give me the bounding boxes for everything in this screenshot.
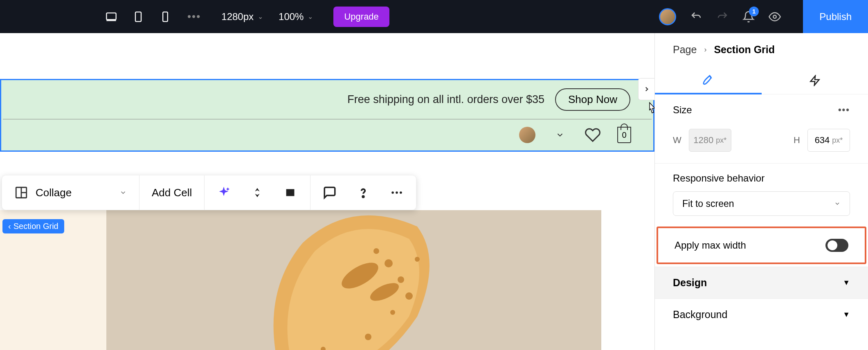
notifications-icon[interactable]: 1 xyxy=(742,11,755,23)
svg-point-24 xyxy=(400,191,402,194)
svg-point-7 xyxy=(385,259,393,267)
crop-icon[interactable] xyxy=(284,186,298,200)
device-switcher xyxy=(106,11,171,22)
add-cell-segment: Add Cell xyxy=(139,175,205,210)
chevron-down-icon: ⌄ xyxy=(258,13,263,20)
floating-toolbar: Collage Add Cell xyxy=(2,175,416,210)
svg-rect-2 xyxy=(135,12,141,21)
section-tag-label: Section Grid xyxy=(13,222,58,231)
background-accordion[interactable]: Background ▼ xyxy=(655,298,868,330)
undo-icon[interactable] xyxy=(690,11,702,23)
size-inputs: W 1280 px* H 634 px* xyxy=(655,126,868,163)
shop-now-button[interactable]: Shop Now xyxy=(555,88,630,111)
svg-point-21 xyxy=(363,196,364,197)
site-header: 0 xyxy=(1,119,653,150)
tablet-icon[interactable] xyxy=(133,11,144,22)
responsive-label: Responsive behavior xyxy=(673,173,850,184)
design-accordion[interactable]: Design ▼ xyxy=(655,267,868,298)
apply-max-width-label: Apply max width xyxy=(675,240,746,251)
zoom-selector[interactable]: 100% ⌄ xyxy=(279,11,313,22)
svg-point-8 xyxy=(398,276,404,283)
chevron-right-icon: › xyxy=(704,45,706,54)
chevron-down-icon[interactable] xyxy=(552,127,568,143)
user-avatar[interactable] xyxy=(659,8,676,25)
more-devices-icon[interactable]: ••• xyxy=(187,10,201,23)
selected-section[interactable]: Free shipping on all intl. orders over $… xyxy=(0,79,654,152)
animation-icon[interactable] xyxy=(250,186,264,200)
panel-tabs xyxy=(655,67,868,94)
help-icon[interactable] xyxy=(356,186,370,200)
breadcrumb-current: Section Grid xyxy=(714,44,775,56)
desktop-icon[interactable] xyxy=(106,11,117,22)
height-unit: px* xyxy=(832,136,843,145)
comment-icon[interactable] xyxy=(323,186,337,200)
redo-icon[interactable] xyxy=(716,11,729,23)
height-label: H xyxy=(794,135,800,146)
size-label: Size xyxy=(673,104,692,116)
design-label: Design xyxy=(673,277,707,289)
chevron-down-icon: ▼ xyxy=(843,278,850,287)
apply-max-width-row: Apply max width xyxy=(657,227,866,264)
svg-point-23 xyxy=(396,191,398,194)
shopping-bag-icon[interactable]: 0 xyxy=(617,127,631,143)
member-avatar[interactable] xyxy=(519,127,535,143)
viewport-width-selector[interactable]: 1280px ⌄ xyxy=(221,11,263,22)
breadcrumb: Page › Section Grid xyxy=(655,33,868,60)
svg-point-9 xyxy=(373,248,379,254)
cursor-indicator xyxy=(645,102,654,120)
svg-point-15 xyxy=(415,257,420,262)
responsive-section: Responsive behavior Fit to screen xyxy=(655,164,868,218)
heart-icon[interactable] xyxy=(585,127,601,143)
apply-max-width-toggle[interactable] xyxy=(825,239,848,252)
product-image[interactable] xyxy=(106,210,601,350)
preview-icon[interactable] xyxy=(769,11,781,23)
viewport-width-value: 1280px xyxy=(221,11,254,22)
breadcrumb-root[interactable]: Page xyxy=(673,44,697,56)
svg-point-11 xyxy=(390,310,395,315)
svg-point-22 xyxy=(392,191,394,194)
design-tab[interactable] xyxy=(655,67,762,94)
notification-badge: 1 xyxy=(749,7,759,16)
size-header-row: Size ••• xyxy=(655,94,868,126)
zoom-value: 100% xyxy=(279,11,304,22)
collage-icon xyxy=(14,186,28,200)
svg-rect-0 xyxy=(106,13,116,19)
width-value: 1280 xyxy=(693,135,713,146)
width-label: W xyxy=(673,135,681,146)
utility-segment xyxy=(310,175,416,210)
height-value: 634 xyxy=(815,135,830,146)
publish-button[interactable]: Publish xyxy=(803,0,868,33)
mobile-icon[interactable] xyxy=(160,11,171,22)
banner-text: Free shipping on all intl. orders over $… xyxy=(347,93,544,106)
height-input[interactable]: 634 px* xyxy=(807,129,850,152)
expand-panel-button[interactable] xyxy=(638,78,654,100)
upgrade-button[interactable]: Upgrade xyxy=(333,7,389,27)
top-bar: ••• 1280px ⌄ 100% ⌄ Upgrade 1 Publish xyxy=(0,0,868,33)
inspector-panel: Page › Section Grid Size ••• W 1280 px* xyxy=(654,33,868,350)
chevron-left-icon: ‹ xyxy=(8,222,11,231)
ai-tools-segment xyxy=(205,175,310,210)
background-label: Background xyxy=(673,309,727,321)
layout-label: Collage xyxy=(36,186,72,199)
toggle-knob xyxy=(828,240,837,250)
section-tag[interactable]: ‹ Section Grid xyxy=(2,219,64,233)
chevron-down-icon: ⌄ xyxy=(308,13,313,20)
promo-banner: Free shipping on all intl. orders over $… xyxy=(3,80,652,119)
width-unit: px* xyxy=(716,136,726,145)
sparkle-icon[interactable] xyxy=(217,186,231,200)
add-cell-button[interactable]: Add Cell xyxy=(152,186,192,199)
interactions-tab[interactable] xyxy=(762,67,868,94)
responsive-dropdown[interactable]: Fit to screen xyxy=(673,191,850,216)
width-input[interactable]: 1280 px* xyxy=(689,129,731,152)
bag-count: 0 xyxy=(622,130,626,140)
more-icon[interactable]: ••• xyxy=(838,105,850,115)
svg-rect-3 xyxy=(163,12,168,21)
layout-type-selector[interactable]: Collage xyxy=(2,175,139,210)
svg-point-4 xyxy=(774,15,777,18)
canvas[interactable]: Free shipping on all intl. orders over $… xyxy=(0,33,654,350)
more-icon[interactable] xyxy=(390,186,404,200)
svg-point-10 xyxy=(405,292,413,300)
topbar-right: 1 Publish xyxy=(659,0,868,33)
responsive-value: Fit to screen xyxy=(682,198,734,209)
chevron-down-icon: ▼ xyxy=(843,310,850,319)
